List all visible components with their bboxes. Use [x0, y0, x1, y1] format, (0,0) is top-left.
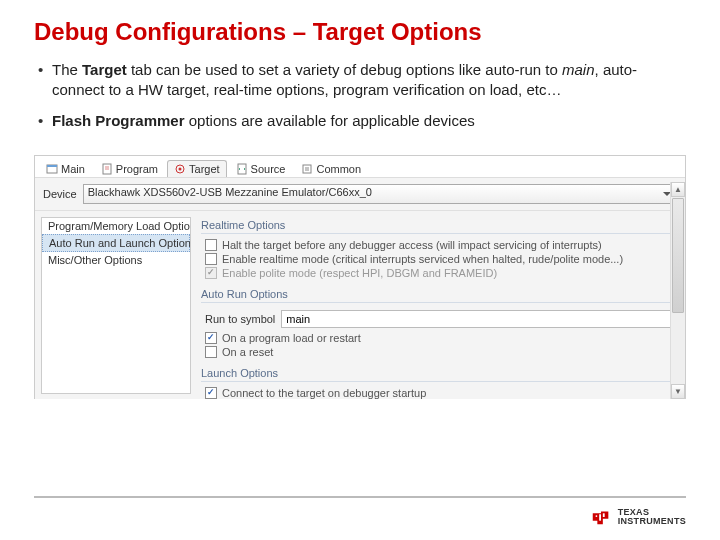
device-value: Blackhawk XDS560v2-USB Mezzanine Emulato… [88, 186, 372, 198]
scroll-down-icon[interactable]: ▼ [671, 384, 685, 399]
debug-config-panel: Main Program Target Source Common Device… [34, 155, 686, 399]
common-icon [301, 163, 313, 175]
svg-rect-13 [603, 513, 605, 517]
opt-label: On a program load or restart [222, 332, 361, 344]
ti-logo: TEXAS INSTRUMENTS [590, 506, 686, 528]
tab-bar: Main Program Target Source Common [35, 156, 685, 178]
options-sidebar: Program/Memory Load Options Auto Run and… [41, 217, 191, 394]
text-bold: Target [82, 61, 127, 78]
tab-program[interactable]: Program [94, 160, 165, 177]
bullet-1: The Target tab can be used to set a vari… [38, 60, 686, 101]
tab-label: Common [316, 163, 361, 175]
target-icon [174, 163, 186, 175]
device-dropdown[interactable]: Blackhawk XDS560v2-USB Mezzanine Emulato… [83, 184, 677, 204]
tab-source[interactable]: Source [229, 160, 293, 177]
ti-text: TEXAS INSTRUMENTS [618, 508, 686, 527]
opt-on-reset[interactable]: On a reset [201, 345, 675, 359]
opt-on-program-load[interactable]: On a program load or restart [201, 331, 675, 345]
main-icon [46, 163, 58, 175]
opt-connect-on-startup[interactable]: Connect to the target on debugger startu… [201, 386, 675, 399]
run-to-symbol-input[interactable] [281, 310, 675, 328]
device-label: Device [43, 188, 77, 200]
group-title-launch: Launch Options [201, 365, 675, 382]
text: tab can be used to set a variety of debu… [127, 61, 562, 78]
tab-label: Target [189, 163, 220, 175]
sidebar-item-auto-run[interactable]: Auto Run and Launch Options [42, 234, 190, 252]
bullet-list: The Target tab can be used to set a vari… [34, 60, 686, 131]
svg-point-11 [595, 515, 597, 517]
checkbox-icon[interactable] [205, 332, 217, 344]
options-panel: Realtime Options Halt the target before … [191, 211, 685, 399]
bullet-2: Flash Programmer options are available f… [38, 111, 686, 131]
text-em: main [562, 61, 595, 78]
tab-label: Main [61, 163, 85, 175]
svg-point-6 [179, 167, 182, 170]
scroll-up-icon[interactable]: ▲ [671, 182, 685, 197]
vertical-scrollbar[interactable]: ▲ ▼ [670, 182, 685, 399]
opt-label: On a reset [222, 346, 273, 358]
tab-label: Source [251, 163, 286, 175]
run-to-symbol-row: Run to symbol [201, 307, 675, 331]
checkbox-icon[interactable] [205, 387, 217, 399]
tab-target[interactable]: Target [167, 160, 227, 177]
text-bold: Flash Programmer [52, 112, 185, 129]
opt-label: Enable realtime mode (critical interrupt… [222, 253, 623, 265]
page-title: Debug Configurations – Target Options [34, 18, 686, 46]
svg-rect-12 [599, 514, 601, 520]
scroll-thumb[interactable] [672, 198, 684, 313]
tab-main[interactable]: Main [39, 160, 92, 177]
text: options are available for applicable dev… [185, 112, 475, 129]
text: The [52, 61, 82, 78]
opt-enable-realtime[interactable]: Enable realtime mode (critical interrupt… [201, 252, 675, 266]
group-title-autorun: Auto Run Options [201, 286, 675, 303]
logo-line2: INSTRUMENTS [618, 517, 686, 526]
run-label: Run to symbol [205, 313, 275, 325]
checkbox-icon[interactable] [205, 239, 217, 251]
group-title-realtime: Realtime Options [201, 217, 675, 234]
opt-halt-target[interactable]: Halt the target before any debugger acce… [201, 238, 675, 252]
opt-label: Connect to the target on debugger startu… [222, 387, 426, 399]
sidebar-item-misc[interactable]: Misc/Other Options [42, 252, 190, 268]
opt-label: Enable polite mode (respect HPI, DBGM an… [222, 267, 497, 279]
checkbox-icon [205, 267, 217, 279]
tab-common[interactable]: Common [294, 160, 368, 177]
svg-rect-1 [47, 165, 57, 167]
ti-chip-icon [590, 506, 612, 528]
sidebar-item-program-memory[interactable]: Program/Memory Load Options [42, 218, 190, 234]
opt-enable-polite: Enable polite mode (respect HPI, DBGM an… [201, 266, 675, 280]
program-icon [101, 163, 113, 175]
checkbox-icon[interactable] [205, 253, 217, 265]
device-row: Device Blackhawk XDS560v2-USB Mezzanine … [35, 178, 685, 211]
tab-label: Program [116, 163, 158, 175]
opt-label: Halt the target before any debugger acce… [222, 239, 602, 251]
slide-footer: TEXAS INSTRUMENTS [34, 496, 686, 536]
source-icon [236, 163, 248, 175]
checkbox-icon[interactable] [205, 346, 217, 358]
svg-rect-8 [303, 165, 311, 173]
